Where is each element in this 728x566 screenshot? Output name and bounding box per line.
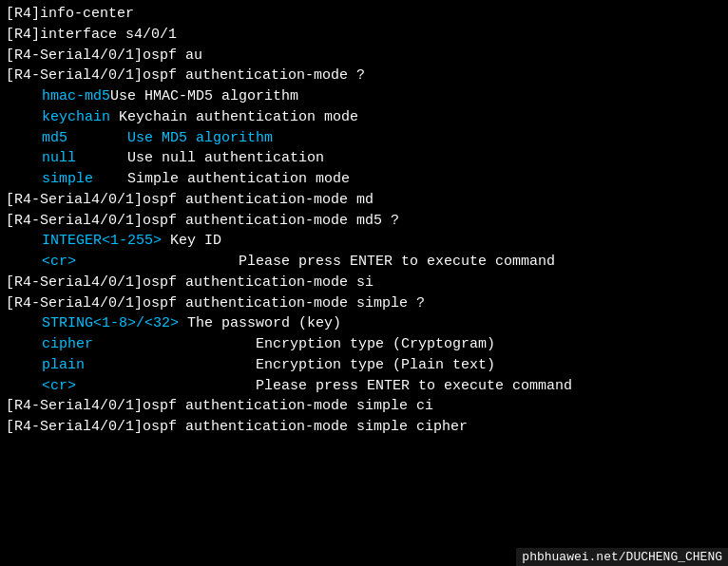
keyword-simple: simple <box>25 171 119 187</box>
line-20: [R4-Serial4/0/1]ospf authentication-mode… <box>6 396 722 417</box>
line-17: cipher Encryption type (Cryptogram) <box>6 334 722 355</box>
line-10: [R4-Serial4/0/1]ospf authentication-mode… <box>6 190 722 211</box>
line-21: [R4-Serial4/0/1]ospf authentication-mode… <box>6 417 722 438</box>
keyword-keychain: keychain <box>25 109 110 125</box>
line-1: [R4]info-center <box>6 4 722 25</box>
line-3: [R4-Serial4/0/1]ospf au <box>6 46 722 66</box>
line-9: simple Simple authentication mode <box>6 169 722 190</box>
keyword-plain: plain <box>25 357 179 373</box>
desc-md5: Use MD5 algorithm <box>119 130 273 146</box>
desc-string: The password (key) <box>179 315 341 331</box>
line-18: plain Encryption type (Plain text) <box>6 355 722 376</box>
desc-null: Use null authentication <box>119 150 324 166</box>
keyword-string: STRING<1-8>/<32> <box>25 315 179 331</box>
line-12: INTEGER<1-255> Key ID <box>6 231 722 252</box>
line-15: [R4-Serial4/0/1]ospf authentication-mode… <box>6 293 722 314</box>
desc-cr-2: Please press ENTER to execute command <box>179 378 572 394</box>
keyword-hmac-md5: hmac-md5 <box>25 88 110 104</box>
keyword-md5: md5 <box>25 130 119 146</box>
status-bar-text: phbhuawei.net/DUCHENG_CHENG <box>522 550 722 564</box>
desc-simple: Simple authentication mode <box>119 171 350 187</box>
status-bar: phbhuawei.net/DUCHENG_CHENG <box>516 548 728 566</box>
line-6: keychain Keychain authentication mode <box>6 107 722 128</box>
keyword-null: null <box>25 150 119 166</box>
line-8: null Use null authentication <box>6 148 722 169</box>
line-14: [R4-Serial4/0/1]ospf authentication-mode… <box>6 273 722 293</box>
line-13: <cr> Please press ENTER to execute comma… <box>6 252 722 273</box>
terminal[interactable]: [R4]info-center [R4]interface s4/0/1 [R4… <box>0 0 728 566</box>
desc-cr-1: Please press ENTER to execute command <box>162 254 555 270</box>
keyword-integer: INTEGER<1-255> <box>25 233 162 249</box>
line-5: hmac-md5Use HMAC-MD5 algorithm <box>6 86 722 107</box>
desc-integer: Key ID <box>162 233 221 249</box>
line-2: [R4]interface s4/0/1 <box>6 25 722 46</box>
line-4: [R4-Serial4/0/1]ospf authentication-mode… <box>6 66 722 86</box>
keyword-cr-1: <cr> <box>25 254 162 270</box>
line-16: STRING<1-8>/<32> The password (key) <box>6 313 722 334</box>
desc-keychain: Keychain authentication mode <box>110 109 358 125</box>
line-7: md5 Use MD5 algorithm <box>6 128 722 149</box>
desc-plain: Encryption type (Plain text) <box>179 357 495 373</box>
line-11: [R4-Serial4/0/1]ospf authentication-mode… <box>6 211 722 232</box>
desc-cipher: Encryption type (Cryptogram) <box>179 336 495 352</box>
desc-hmac-md5: Use HMAC-MD5 algorithm <box>110 88 298 104</box>
keyword-cr-2: <cr> <box>25 378 179 394</box>
line-19: <cr> Please press ENTER to execute comma… <box>6 376 722 397</box>
keyword-cipher: cipher <box>25 336 179 352</box>
